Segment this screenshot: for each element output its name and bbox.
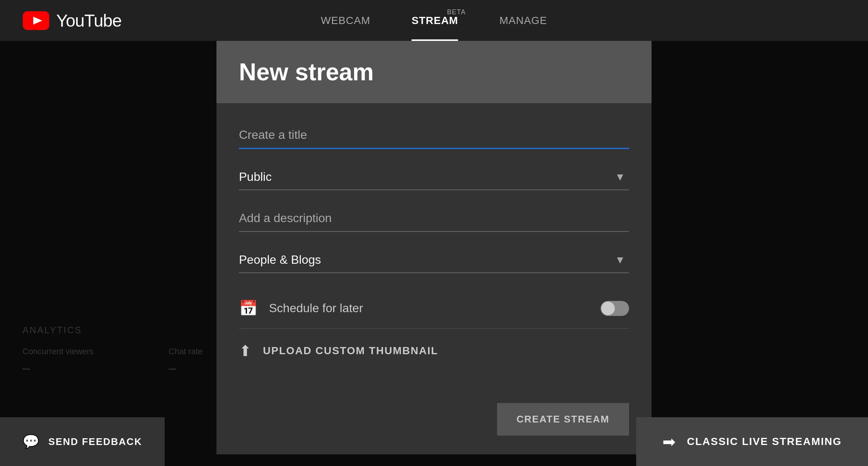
- main-nav: WEBCAM STREAM BETA MANAGE: [300, 0, 568, 41]
- nav-stream[interactable]: STREAM BETA: [391, 0, 479, 41]
- category-select[interactable]: People & Blogs Gaming Music Education En…: [239, 247, 629, 273]
- logo[interactable]: YouTube: [23, 11, 122, 31]
- footer-bar: 💬 SEND FEEDBACK ➡ CLASSIC LIVE STREAMING: [0, 417, 868, 466]
- visibility-select[interactable]: Public Unlisted Private: [239, 164, 629, 190]
- schedule-row: 📅 Schedule for later: [239, 288, 629, 329]
- classic-live-streaming-button[interactable]: ➡ CLASSIC LIVE STREAMING: [636, 417, 868, 466]
- feedback-icon: 💬: [23, 434, 39, 449]
- classic-streaming-icon: ➡: [662, 433, 676, 451]
- classic-streaming-label: CLASSIC LIVE STREAMING: [687, 436, 842, 448]
- youtube-logo-icon: [23, 11, 50, 30]
- feedback-label: SEND FEEDBACK: [48, 436, 142, 448]
- category-field-group: People & Blogs Gaming Music Education En…: [239, 247, 629, 273]
- description-input[interactable]: [239, 205, 629, 232]
- visibility-field-group: Public Unlisted Private ▼: [239, 164, 629, 190]
- upload-thumbnail-label: UPLOAD CUSTOM THUMBNAIL: [263, 345, 438, 357]
- beta-badge: BETA: [447, 8, 466, 16]
- new-stream-modal: New stream Public Unlisted Private ▼ Peo…: [216, 41, 652, 454]
- description-field-group: [239, 205, 629, 232]
- modal-header: New stream: [216, 41, 652, 103]
- send-feedback-button[interactable]: 💬 SEND FEEDBACK: [0, 417, 165, 466]
- upload-thumbnail-row[interactable]: ⬆ UPLOAD CUSTOM THUMBNAIL: [239, 329, 629, 373]
- nav-manage[interactable]: MANAGE: [479, 0, 568, 41]
- modal-body: Public Unlisted Private ▼ People & Blogs…: [216, 103, 652, 395]
- schedule-label: Schedule for later: [269, 301, 601, 315]
- header: YouTube WEBCAM STREAM BETA MANAGE: [0, 0, 868, 41]
- nav-webcam[interactable]: WEBCAM: [300, 0, 391, 41]
- schedule-toggle[interactable]: [601, 301, 629, 316]
- youtube-wordmark: YouTube: [56, 11, 122, 31]
- title-input[interactable]: [239, 122, 629, 149]
- title-field-group: [239, 122, 629, 149]
- toggle-knob: [601, 302, 615, 315]
- modal-title: New stream: [239, 58, 629, 86]
- upload-icon: ⬆: [239, 342, 252, 359]
- calendar-icon: 📅: [239, 299, 258, 317]
